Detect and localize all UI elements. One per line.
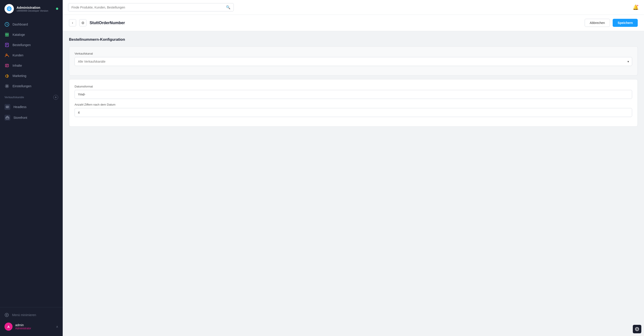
customers-icon xyxy=(4,53,10,58)
verkaufskanal-card: Verkaufskanal Alle Verkaufskanäle ▾ xyxy=(69,46,638,76)
topbar-right: 🔔 xyxy=(632,4,639,10)
section-title: Bestellnummern-Konfiguration xyxy=(69,37,638,42)
sidebar-item-label: Inhalte xyxy=(12,64,22,67)
notification-dot xyxy=(636,4,639,6)
add-sales-channel-button[interactable]: + xyxy=(53,95,58,100)
brand-title: Administration xyxy=(16,5,53,9)
svg-rect-5 xyxy=(7,35,8,36)
verkaufskanal-card-inner: Verkaufskanal Alle Verkaufskanäle ▾ xyxy=(69,46,638,75)
anzahl-group: Anzahl Ziffern nach dem Datum xyxy=(74,103,632,117)
anzahl-label: Anzahl Ziffern nach dem Datum xyxy=(74,103,632,106)
search-input[interactable] xyxy=(72,5,224,9)
svg-rect-2 xyxy=(5,33,7,34)
main-area: 🔍 🔔 ‹ ⚙ StuttOrderNumber Abbrechen Speic… xyxy=(63,0,644,336)
back-button[interactable]: ‹ xyxy=(69,19,76,26)
plugin-settings-button[interactable]: ⚙ xyxy=(79,19,86,26)
svg-rect-6 xyxy=(5,43,8,47)
sidebar-item-kataloge[interactable]: Kataloge xyxy=(0,29,63,40)
verkaufskanal-select-wrapper: Alle Verkaufskanäle ▾ xyxy=(74,57,632,66)
user-chevron-icon: ∧ xyxy=(56,325,58,329)
shopware-badge xyxy=(633,325,641,333)
sidebar-item-label: Bestellungen xyxy=(12,43,31,47)
datumsformat-card-inner: Datumsformat Anzahl Ziffern nach dem Dat… xyxy=(69,79,638,126)
brand-text: Administration v9999999 Developer Versio… xyxy=(16,5,53,12)
verkaufskanal-group: Verkaufskanal Alle Verkaufskanäle ▾ xyxy=(74,52,632,66)
datumsformat-card: Datumsformat Anzahl Ziffern nach dem Dat… xyxy=(69,79,638,127)
topbar: 🔍 🔔 xyxy=(63,0,644,15)
save-button[interactable]: Speichern xyxy=(613,19,638,27)
brand-logo xyxy=(4,4,14,13)
page-title: StuttOrderNumber xyxy=(90,20,125,25)
page-header: ‹ ⚙ StuttOrderNumber Abbrechen Speichern xyxy=(63,15,644,31)
datumsformat-label: Datumsformat xyxy=(74,85,632,88)
user-role: Administrator xyxy=(15,327,53,330)
sidebar-item-dashboard[interactable]: Dashboard xyxy=(0,19,63,29)
sidebar-item-headless[interactable]: Headless xyxy=(0,102,63,112)
search-icon: 🔍 xyxy=(226,5,230,9)
minimize-icon xyxy=(4,313,9,317)
sidebar-item-kunden[interactable]: Kunden xyxy=(0,50,63,60)
sidebar-item-label: Kataloge xyxy=(12,33,25,36)
orders-icon xyxy=(4,42,10,47)
verkaufskanal-label: Verkaufskanal xyxy=(74,52,632,55)
user-name: admin xyxy=(15,323,53,327)
dashboard-icon xyxy=(4,22,10,27)
sidebar-item-storefront[interactable]: Storefront xyxy=(0,112,63,123)
verkaufskanal-select[interactable]: Alle Verkaufskanäle xyxy=(74,57,632,66)
content-area: ‹ ⚙ StuttOrderNumber Abbrechen Speichern… xyxy=(63,15,644,336)
headless-label: Headless xyxy=(14,105,26,109)
sidebar-item-label: Dashboard xyxy=(12,22,28,26)
sidebar-item-label: Marketing xyxy=(12,74,26,78)
online-indicator xyxy=(56,7,58,10)
datumsformat-input[interactable] xyxy=(74,90,632,99)
cancel-button[interactable]: Abbrechen xyxy=(585,19,610,27)
page-header-left: ‹ ⚙ StuttOrderNumber xyxy=(69,19,125,26)
user-section[interactable]: A admin Administrator ∧ xyxy=(0,320,63,333)
sales-channels-section: Verkaufskanäle + xyxy=(0,91,63,102)
settings-icon xyxy=(4,84,10,89)
user-avatar: A xyxy=(4,323,12,331)
svg-rect-3 xyxy=(7,33,8,34)
form-content: Bestellnummern-Konfiguration Verkaufskan… xyxy=(63,31,644,136)
svg-rect-8 xyxy=(5,64,8,67)
page-header-actions: Abbrechen Speichern xyxy=(585,19,638,27)
datumsformat-group: Datumsformat xyxy=(74,85,632,99)
sidebar-bottom: Menü minimieren A admin Administrator ∧ xyxy=(0,307,63,336)
brand-version: v9999999 Developer Version xyxy=(16,9,53,12)
svg-rect-10 xyxy=(6,106,9,108)
catalog-icon xyxy=(4,32,10,37)
notification-button[interactable]: 🔔 xyxy=(632,4,639,10)
search-wrapper: 🔍 xyxy=(68,3,234,11)
brand-section: Administration v9999999 Developer Versio… xyxy=(0,0,63,17)
main-nav: Dashboard Kataloge Bestellungen Kunden xyxy=(0,17,63,307)
anzahl-input[interactable] xyxy=(74,108,632,117)
svg-point-7 xyxy=(6,54,7,55)
storefront-channel-icon xyxy=(4,115,10,121)
content-icon xyxy=(4,63,10,68)
storefront-label: Storefront xyxy=(14,116,27,119)
sidebar-item-label: Kunden xyxy=(12,53,23,57)
minimize-menu-button[interactable]: Menü minimieren xyxy=(0,310,63,320)
sidebar-item-inhalte[interactable]: Inhalte xyxy=(0,60,63,71)
sidebar-item-label: Einstellungen xyxy=(12,84,31,88)
svg-rect-11 xyxy=(6,117,9,119)
shopware-logo-icon xyxy=(634,327,640,332)
user-info: admin Administrator xyxy=(15,323,53,330)
sidebar-item-bestellungen[interactable]: Bestellungen xyxy=(0,40,63,50)
sidebar-item-marketing[interactable]: Marketing xyxy=(0,71,63,81)
headless-channel-icon xyxy=(4,104,10,110)
marketing-icon xyxy=(4,73,10,78)
brand-logo-icon xyxy=(6,5,12,12)
svg-point-9 xyxy=(6,85,8,87)
sidebar: Administration v9999999 Developer Versio… xyxy=(0,0,63,336)
sidebar-item-einstellungen[interactable]: Einstellungen xyxy=(0,81,63,91)
svg-rect-4 xyxy=(5,35,7,36)
